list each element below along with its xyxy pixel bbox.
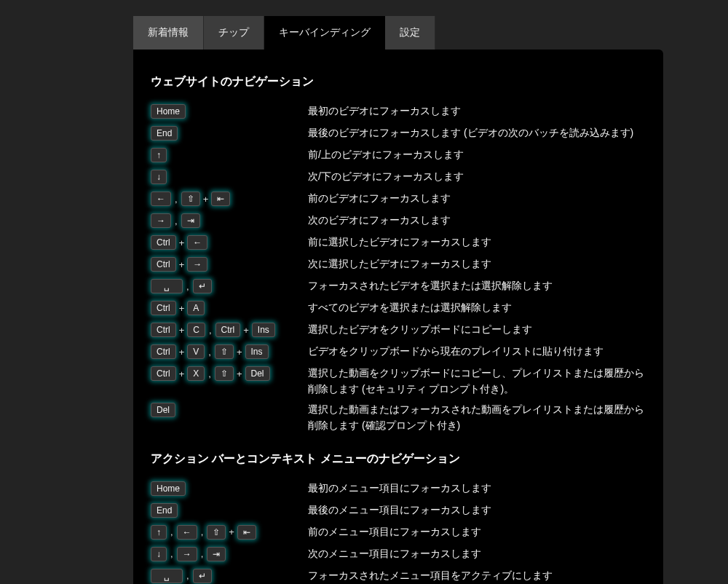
keybinding-row: ↑,←,⇧+⇤前のメニュー項目にフォーカスします xyxy=(151,524,646,541)
key-↵: ↵ xyxy=(193,279,212,293)
keybinding-description: 前のビデオにフォーカスします xyxy=(308,190,646,207)
keybinding-row: Ctrl+→次に選択したビデオにフォーカスします xyxy=(151,256,646,273)
key-joiner: + xyxy=(176,347,188,358)
keybinding-row: Home最初のビデオにフォーカスします xyxy=(151,103,646,120)
key-combo: ␣,↵ xyxy=(151,567,308,584)
key-V: V xyxy=(187,344,205,359)
tab-3[interactable]: 設定 xyxy=(385,16,435,50)
keybinding-row: ␣,↵フォーカスされたビデオを選択または選択解除します xyxy=(151,277,646,295)
key-C: C xyxy=(187,323,205,337)
key-End: End xyxy=(151,126,178,141)
key-joiner: + xyxy=(176,325,188,336)
combo-separator: , xyxy=(197,548,207,559)
combo-separator: , xyxy=(205,347,215,358)
key-⇧: ⇧ xyxy=(181,192,200,206)
keybinding-row: Ctrl+Aすべてのビデオを選択または選択解除します xyxy=(151,299,646,317)
key-combo: Ctrl+A xyxy=(151,299,308,317)
key-joiner: + xyxy=(176,368,188,379)
key-combo: ␣,↵ xyxy=(151,277,308,295)
key-␣: ␣ xyxy=(151,569,183,583)
combo-separator: , xyxy=(205,368,215,379)
keybinding-description: 最初のメニュー項目にフォーカスします xyxy=(308,480,646,497)
keybinding-description: 最後のメニュー項目にフォーカスします xyxy=(308,502,646,518)
keybinding-row: Ctrl+←前に選択したビデオにフォーカスします xyxy=(151,234,646,251)
keybinding-description: 前のメニュー項目にフォーカスします xyxy=(308,524,646,540)
keybinding-row: Home最初のメニュー項目にフォーカスします xyxy=(151,480,646,497)
key-combo: Home xyxy=(151,103,308,120)
key-combo: ↑,←,⇧+⇤ xyxy=(151,524,308,541)
key-→: → xyxy=(187,257,207,272)
keybinding-row: →,⇥次のビデオにフォーカスします xyxy=(151,212,646,229)
key-combo: Del xyxy=(151,401,308,419)
key-↓: ↓ xyxy=(151,170,167,184)
key-⇥: ⇥ xyxy=(181,213,200,228)
key-X: X xyxy=(187,366,205,381)
key-⇤: ⇤ xyxy=(211,192,230,206)
keybindings-content: ウェブサイトのナビゲーションHome最初のビデオにフォーカスしますEnd最後のビ… xyxy=(133,50,663,584)
key-combo: ↓,→,⇥ xyxy=(151,545,308,563)
key-Ctrl: Ctrl xyxy=(151,323,176,337)
key-joiner: + xyxy=(200,194,212,205)
key-Home: Home xyxy=(151,104,186,119)
keybinding-description: 次/下のビデオにフォーカスします xyxy=(308,168,646,185)
tab-1[interactable]: チップ xyxy=(204,16,264,50)
key-Ins: Ins xyxy=(245,344,269,359)
combo-separator: , xyxy=(183,570,193,581)
keybinding-description: 選択した動画をクリップボードにコピーし、プレイリストまたは履歴から削除します (… xyxy=(308,365,646,397)
section-title: アクション バーとコンテキスト メニューのナビゲーション xyxy=(151,451,646,467)
combo-separator: , xyxy=(171,194,181,205)
key-→: → xyxy=(177,547,197,561)
key-combo: Ctrl+→ xyxy=(151,256,308,273)
keybinding-row: ↑前/上のビデオにフォーカスします xyxy=(151,146,646,164)
key-combo: ↑ xyxy=(151,146,308,164)
key-combo: End xyxy=(151,125,308,142)
key-joiner: + xyxy=(176,303,188,314)
key-←: ← xyxy=(187,235,207,250)
key-Ctrl: Ctrl xyxy=(151,257,176,272)
combo-separator: , xyxy=(167,548,177,559)
key-↑: ↑ xyxy=(151,525,167,540)
keybinding-description: フォーカスされたビデオを選択または選択解除します xyxy=(308,277,646,294)
keybinding-row: End最後のメニュー項目にフォーカスします xyxy=(151,502,646,519)
section-title: ウェブサイトのナビゲーション xyxy=(151,74,646,90)
keybinding-description: 選択した動画またはフォーカスされた動画をプレイリストまたは履歴から削除します (… xyxy=(308,401,646,433)
keybinding-description: 次のビデオにフォーカスします xyxy=(308,212,646,229)
key-⇧: ⇧ xyxy=(215,344,234,359)
keybinding-row: Ctrl+X,⇧+Del選択した動画をクリップボードにコピーし、プレイリストまた… xyxy=(151,365,646,397)
keybinding-row: Del選択した動画またはフォーカスされた動画をプレイリストまたは履歴から削除しま… xyxy=(151,401,646,433)
key-Del: Del xyxy=(151,403,175,417)
key-joiner: + xyxy=(226,526,237,537)
key-Ctrl: Ctrl xyxy=(151,235,176,250)
key-↓: ↓ xyxy=(151,547,167,561)
key-Del: Del xyxy=(245,366,270,381)
key-joiner: + xyxy=(176,259,188,270)
key-combo: Ctrl+← xyxy=(151,234,308,251)
key-combo: ↓ xyxy=(151,168,308,186)
keybinding-description: 最後のビデオにフォーカスします (ビデオの次のバッチを読み込みます) xyxy=(308,125,646,141)
key-␣: ␣ xyxy=(151,279,183,293)
key-Ctrl: Ctrl xyxy=(215,323,241,337)
key-combo: Ctrl+V,⇧+Ins xyxy=(151,343,308,360)
keybinding-description: 次のメニュー項目にフォーカスします xyxy=(308,545,646,562)
tab-0[interactable]: 新着情報 xyxy=(133,16,204,50)
key-combo: End xyxy=(151,502,308,519)
keybinding-row: End最後のビデオにフォーカスします (ビデオの次のバッチを読み込みます) xyxy=(151,125,646,142)
keybinding-description: 選択したビデオをクリップボードにコピーします xyxy=(308,321,646,338)
key-←: ← xyxy=(151,192,171,206)
key-Home: Home xyxy=(151,481,186,496)
combo-separator: , xyxy=(171,216,181,226)
key-⇧: ⇧ xyxy=(215,366,234,381)
key-joiner: + xyxy=(234,347,245,358)
key-⇥: ⇥ xyxy=(207,547,226,561)
key-Ctrl: Ctrl xyxy=(151,301,176,315)
key-⇤: ⇤ xyxy=(237,525,256,540)
combo-separator: , xyxy=(183,281,193,292)
keybinding-description: ビデオをクリップボードから現在のプレイリストに貼り付けます xyxy=(308,343,646,360)
keybinding-row: ←,⇧+⇤前のビデオにフォーカスします xyxy=(151,190,646,208)
tab-2[interactable]: キーバインディング xyxy=(264,16,385,50)
key-A: A xyxy=(187,301,205,315)
keybinding-description: フォーカスされたメニュー項目をアクティブにします xyxy=(308,567,646,584)
keybinding-row: ␣,↵フォーカスされたメニュー項目をアクティブにします xyxy=(151,567,646,584)
key-combo: Home xyxy=(151,480,308,497)
key-joiner: + xyxy=(176,237,188,248)
